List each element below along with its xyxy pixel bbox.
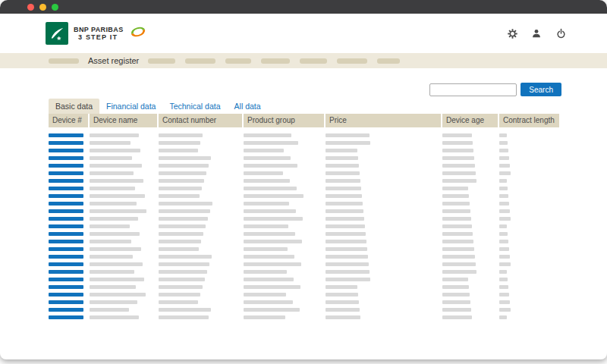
skeleton-bar (499, 194, 508, 198)
column-header: Device # (49, 114, 88, 127)
nav-skeleton-item (377, 58, 400, 64)
skeleton-bar (244, 194, 304, 198)
skeleton-bar (326, 270, 370, 274)
skeleton-bar (159, 308, 211, 312)
column-product-group: Product group (244, 114, 324, 323)
skeleton-bar (49, 194, 83, 198)
skeleton-bar (90, 240, 131, 243)
skeleton-bar (244, 224, 288, 228)
skeleton-bar (326, 179, 360, 183)
skeleton-bar (90, 217, 138, 221)
column-skeleton-rows (49, 127, 88, 319)
column-header: Contract length (499, 114, 559, 127)
minimize-button[interactable] (39, 4, 46, 11)
nav-skeleton-item (225, 58, 251, 64)
skeleton-bar (90, 308, 129, 312)
skeleton-bar (244, 232, 295, 236)
skeleton-bar (49, 240, 83, 243)
column-skeleton-rows (90, 127, 157, 319)
user-icon[interactable] (530, 27, 543, 40)
column-header: Device age (442, 114, 498, 127)
skeleton-bar (49, 187, 83, 190)
skeleton-bar (499, 179, 507, 183)
skeleton-bar (442, 255, 475, 259)
skeleton-bar (442, 209, 470, 213)
skeleton-bar (159, 156, 211, 160)
skeleton-bar (499, 315, 507, 319)
zoom-button[interactable] (52, 4, 58, 11)
skeleton-bar (90, 300, 137, 304)
column-skeleton-rows (499, 127, 559, 319)
column-header: Price (326, 114, 441, 127)
skeleton-bar (159, 255, 212, 259)
skeleton-bar (442, 270, 476, 274)
skeleton-bar (159, 202, 212, 206)
bnp-logo-icon (46, 22, 68, 45)
skeleton-bar (49, 171, 83, 175)
nav-skeleton-item (185, 58, 215, 64)
swoosh-icon (129, 25, 147, 42)
brand-line1: BNP PARIBAS (74, 26, 124, 33)
tab-basic-data[interactable]: Basic data (49, 99, 99, 114)
skeleton-bar (159, 171, 206, 175)
tab-financial-data[interactable]: Financial data (99, 99, 162, 114)
column-header: Product group (244, 114, 324, 127)
skeleton-bar (499, 141, 508, 145)
data-tabs: Basic data Financial data Technical data… (49, 99, 561, 114)
skeleton-bar (244, 149, 284, 152)
skeleton-bar (159, 149, 198, 152)
main-content: Search Basic data Financial data Technic… (0, 83, 607, 323)
skeleton-bar (90, 209, 146, 213)
skeleton-bar (49, 262, 83, 266)
tab-technical-data[interactable]: Technical data (162, 99, 227, 114)
nav-placeholders-after (148, 58, 400, 64)
header-actions (505, 27, 568, 40)
skeleton-bar (326, 308, 360, 312)
skeleton-bar (49, 209, 83, 213)
skeleton-bar (90, 141, 131, 145)
skeleton-bar (159, 232, 203, 236)
skeleton-bar (244, 240, 302, 243)
skeleton-bar (244, 141, 298, 145)
skeleton-bar (244, 179, 290, 183)
skeleton-bar (244, 293, 286, 297)
column-device-age: Device age (442, 114, 498, 323)
skeleton-bar (90, 194, 145, 198)
window-titlebar (0, 0, 607, 14)
skeleton-bar (442, 164, 475, 168)
tab-all-data[interactable]: All data (228, 99, 268, 114)
settings-icon[interactable] (505, 27, 519, 40)
skeleton-bar (499, 164, 510, 168)
skeleton-bar (442, 293, 470, 297)
search-input[interactable] (429, 83, 517, 96)
skeleton-bar (49, 315, 83, 319)
skeleton-bar (499, 133, 507, 137)
column-contact-number: Contact number (159, 114, 242, 323)
skeleton-bar (90, 278, 144, 281)
nav-item-asset-register[interactable]: Asset register (88, 56, 139, 65)
column-skeleton-rows (326, 127, 441, 319)
search-button[interactable]: Search (521, 83, 561, 96)
skeleton-bar (90, 202, 137, 206)
browser-window: BNP PARIBAS 3 STEP IT (0, 0, 607, 359)
skeleton-bar (442, 156, 474, 160)
skeleton-bar (244, 300, 293, 304)
column-skeleton-rows (442, 127, 498, 319)
skeleton-bar (499, 232, 508, 236)
skeleton-bar (159, 209, 210, 213)
nav-skeleton-item (300, 58, 327, 64)
column-price: Price (326, 114, 441, 323)
skeleton-bar (442, 194, 469, 198)
skeleton-bar (326, 262, 369, 266)
skeleton-bar (49, 141, 83, 145)
skeleton-bar (326, 133, 370, 137)
close-button[interactable] (27, 4, 34, 11)
skeleton-bar (326, 156, 358, 160)
skeleton-bar (442, 232, 473, 236)
skeleton-bar (49, 133, 83, 137)
skeleton-bar (159, 247, 199, 251)
nav-skeleton-item (337, 58, 367, 64)
power-icon[interactable] (554, 27, 568, 40)
skeleton-bar (326, 300, 359, 304)
skeleton-bar (499, 224, 507, 228)
